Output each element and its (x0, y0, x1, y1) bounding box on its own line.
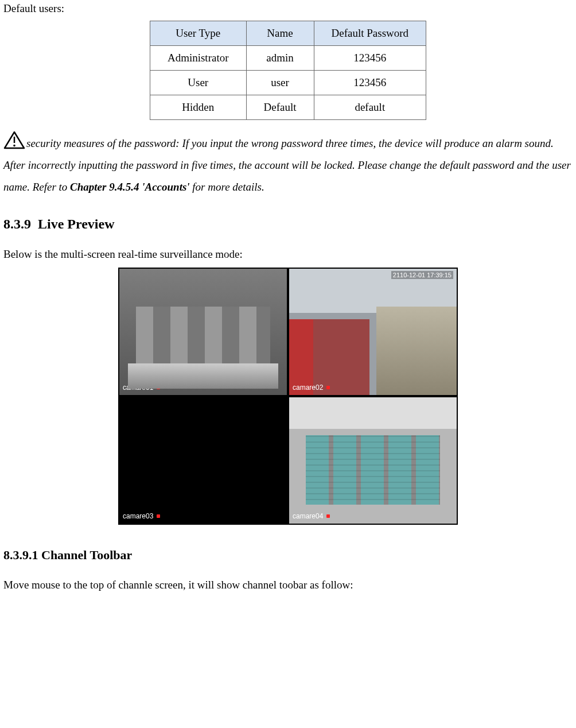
camera-cell-1: camare01 (119, 269, 287, 395)
warning-text-after: for more details. (190, 181, 264, 193)
warning-reference: Chapter 9.4.5.4 'Accounts' (70, 181, 190, 193)
camera-label: camare03 (123, 512, 160, 520)
camera-label: camare02 (293, 384, 330, 392)
heading-title: Live Preview (38, 216, 115, 231)
record-dot-icon (157, 514, 160, 518)
table-cell: 123456 (314, 46, 426, 71)
heading-channel-toolbar: 8.3.9.1 Channel Toolbar (3, 548, 573, 563)
table-header-password: Default Password (314, 21, 426, 46)
table-header-name: Name (246, 21, 314, 46)
heading-number: 8.3.9 (3, 216, 31, 231)
camera-label-text: camare02 (293, 384, 323, 392)
record-dot-icon (157, 386, 160, 389)
table-cell: user (246, 71, 314, 95)
channel-toolbar-caption: Move mouse to the top of channle screen,… (3, 579, 573, 591)
camera-label-text: camare04 (293, 512, 323, 520)
table-header-usertype: User Type (150, 21, 246, 46)
heading-number: 8.3.9.1 (3, 548, 38, 562)
table-cell: Default (246, 95, 314, 120)
table-cell: 123456 (314, 71, 426, 95)
table-cell: Hidden (150, 95, 246, 120)
warning-icon (3, 131, 25, 149)
camera-cell-3: camare03 (119, 397, 287, 524)
table-cell: default (314, 95, 426, 120)
security-warning: security measures of the password: If yo… (3, 131, 573, 198)
camera-cell-4: camare04 (289, 397, 457, 524)
heading-live-preview: 8.3.9 Live Preview (3, 216, 573, 232)
table-cell: admin (246, 46, 314, 71)
camera-label: camare01 (123, 384, 160, 392)
camera-label-text: camare03 (123, 512, 153, 520)
camera-label-text: camare01 (123, 384, 153, 392)
svg-point-2 (13, 145, 15, 147)
live-preview-screenshot: camare01 2110-12-01 17:39:15 camare02 ca… (118, 268, 458, 525)
default-users-table: User Type Name Default Password Administ… (150, 21, 426, 120)
table-row: Hidden Default default (150, 95, 426, 120)
live-preview-caption: Below is the multi-screen real-time surv… (3, 248, 573, 261)
heading-title: Channel Toolbar (41, 548, 132, 562)
table-row: User user 123456 (150, 71, 426, 95)
record-dot-icon (326, 514, 330, 518)
camera-cell-2: 2110-12-01 17:39:15 camare02 (289, 269, 457, 395)
record-dot-icon (326, 386, 330, 389)
camera-label: camare04 (293, 512, 330, 520)
table-cell: Administrator (150, 46, 246, 71)
table-row: Administrator admin 123456 (150, 46, 426, 71)
default-users-intro: Default users: (3, 2, 573, 15)
table-cell: User (150, 71, 246, 95)
camera-timestamp: 2110-12-01 17:39:15 (391, 271, 453, 279)
